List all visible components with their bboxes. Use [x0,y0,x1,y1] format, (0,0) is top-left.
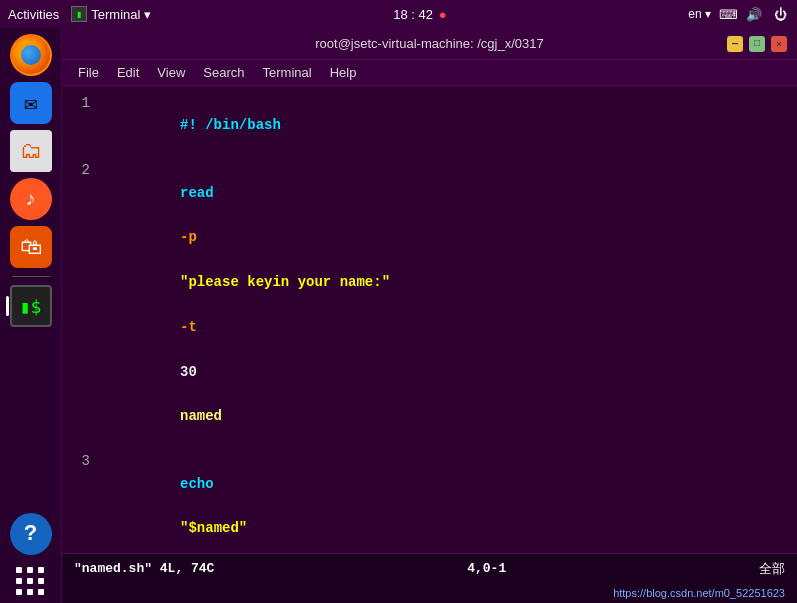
keyword-echo: echo [180,476,214,492]
audio-icon: ♪ [24,188,36,211]
string-literal: "$named" [180,520,247,536]
minimize-button[interactable]: — [727,36,743,52]
files-icon: 🗂 [20,138,42,165]
dock-item-help[interactable]: ? [10,513,52,555]
terminal-window: root@jsetc-virtual-machine: /cgj_x/0317 … [62,28,797,603]
terminal-dock-icon: ▮$ [20,296,42,317]
app-menu[interactable]: ▮ Terminal ▾ [71,6,151,22]
grid-dot [16,578,22,584]
dock-item-rhythmbox[interactable]: ♪ [10,178,52,220]
keyboard-icon[interactable]: ⌨ [719,5,737,23]
string-literal: "please keyin your name:" [180,274,390,290]
line-number: 1 [72,92,96,114]
topbar-clock: 18 : 42 ● [393,7,446,22]
volume-icon[interactable]: 🔊 [745,5,763,23]
main-area: ✉ 🗂 ♪ 🛍 ▮$ ? [0,28,797,603]
line-number: 2 [72,159,96,181]
dock-item-terminal[interactable]: ▮$ [10,285,52,327]
vim-statusbar: "named.sh" 4L, 74C 4,0-1 全部 [62,553,797,583]
editor-content[interactable]: 1 #! /bin/bash 2 read -p "please keyin y… [62,86,797,553]
show-apps-button[interactable] [10,561,52,603]
activities-button[interactable]: Activities [8,7,59,22]
statusbar-filename: "named.sh" 4L, 74C [74,561,214,576]
line-text: echo "$named" [96,450,247,553]
grid-dot [27,567,33,573]
firefox-icon [12,36,50,74]
grid-dot [27,578,33,584]
system-topbar: Activities ▮ Terminal ▾ 18 : 42 ● en ▾ ⌨… [0,0,797,28]
number-30: 30 [180,364,197,380]
editor-line-1: 1 #! /bin/bash [72,92,787,159]
maximize-button[interactable]: □ [749,36,765,52]
statusbar-position: 4,0-1 [467,561,506,576]
grid-dot [38,578,44,584]
topbar-right: en ▾ ⌨ 🔊 ⏻ [688,5,789,23]
menu-file[interactable]: File [70,63,107,82]
dock-item-appstore[interactable]: 🛍 [10,226,52,268]
line-text: read -p "please keyin your name:" -t 30 … [96,159,390,450]
close-button[interactable]: ✕ [771,36,787,52]
terminal-menubar: File Edit View Search Terminal Help [62,60,797,86]
menu-terminal[interactable]: Terminal [255,63,320,82]
grid-dot [16,589,22,595]
power-icon[interactable]: ⏻ [771,5,789,23]
firefox-inner-icon [21,45,41,65]
terminal-titlebar: root@jsetc-virtual-machine: /cgj_x/0317 … [62,28,797,60]
shebang-syntax: #! /bin/bash [180,117,281,133]
dock-item-firefox[interactable] [10,34,52,76]
menu-view[interactable]: View [149,63,193,82]
editor-line-2: 2 read -p "please keyin your name:" -t 3… [72,159,787,450]
menu-edit[interactable]: Edit [109,63,147,82]
flag-t: -t [180,319,197,335]
dock-item-files[interactable]: 🗂 [10,130,52,172]
var-named: named [180,408,222,424]
editor-line-3: 3 echo "$named" [72,450,787,553]
url-text: https://blog.csdn.net/m0_52251623 [613,587,785,599]
topbar-left: Activities ▮ Terminal ▾ [8,6,151,22]
line-number: 3 [72,450,96,472]
help-icon: ? [24,522,37,547]
thunderbird-icon: ✉ [24,90,37,117]
url-bar: https://blog.csdn.net/m0_52251623 [62,583,797,603]
grid-dot [27,589,33,595]
terminal-title: root@jsetc-virtual-machine: /cgj_x/0317 [132,36,727,51]
language-selector[interactable]: en ▾ [688,7,711,21]
app-name-label: Terminal [91,7,140,22]
grid-dot [16,567,22,573]
keyword-read: read [180,185,214,201]
recording-dot: ● [439,7,447,22]
menu-help[interactable]: Help [322,63,365,82]
app-menu-arrow: ▾ [144,7,151,22]
window-buttons: — □ ✕ [727,36,787,52]
line-text: #! /bin/bash [96,92,281,159]
grid-dot [38,589,44,595]
flag-p: -p [180,229,197,245]
grid-dot [38,567,44,573]
sidebar-dock: ✉ 🗂 ♪ 🛍 ▮$ ? [0,28,62,603]
menu-search[interactable]: Search [195,63,252,82]
dock-item-thunderbird[interactable]: ✉ [10,82,52,124]
statusbar-scroll: 全部 [759,560,785,578]
terminal-menu-icon: ▮ [71,6,87,22]
dock-divider [12,276,50,277]
appstore-icon: 🛍 [20,234,42,261]
time-display: 18 : 42 [393,7,433,22]
